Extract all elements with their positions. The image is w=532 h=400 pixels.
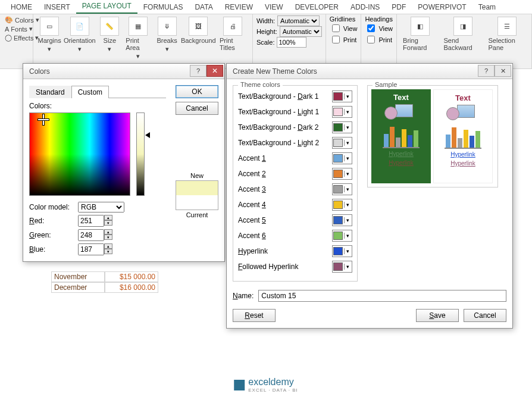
- close-button[interactable]: ✕: [495, 65, 511, 77]
- gridlines-print-check[interactable]: [332, 36, 340, 43]
- theme-color-label: Text/Background - Light 2: [238, 139, 327, 147]
- bring-forward-button[interactable]: ◧Bring Forward: [400, 15, 440, 52]
- spin-up-icon[interactable]: ▴: [104, 229, 112, 235]
- color-preview: [176, 180, 218, 210]
- theme-color-row: Accent 4▾: [238, 199, 352, 211]
- spin-up-icon[interactable]: ▴: [104, 215, 112, 220]
- tab-standard[interactable]: Standard: [29, 86, 71, 98]
- table-row[interactable]: December $16 000.00: [51, 282, 158, 293]
- spectrum-cursor-icon[interactable]: [40, 117, 46, 123]
- theme-color-dropdown[interactable]: ▾: [332, 152, 352, 164]
- red-input[interactable]: [78, 215, 104, 227]
- margins-button[interactable]: ▭Margins▾: [37, 15, 62, 61]
- chevron-down-icon: ▾: [108, 45, 111, 53]
- spin-down-icon[interactable]: ▾: [104, 249, 112, 254]
- theme-colors-dialog: Create New Theme Colors ? ✕ Theme colors…: [226, 63, 513, 329]
- save-button[interactable]: Save: [416, 309, 459, 322]
- themes-colors-button[interactable]: 🎨Colors▾: [4, 15, 29, 24]
- tab-developer[interactable]: DEVELOPER: [289, 1, 345, 14]
- cell-amount[interactable]: $15 000.00: [105, 271, 158, 282]
- color-model-select[interactable]: RGB: [78, 202, 124, 212]
- green-input[interactable]: [78, 229, 104, 241]
- theme-name-input[interactable]: [258, 290, 506, 302]
- theme-colors-fieldset: Theme colors Text/Background - Dark 1▾Te…: [233, 85, 358, 282]
- theme-color-dropdown[interactable]: ▾: [332, 121, 352, 133]
- ribbon-group-gridlines: Gridlines View Print: [326, 14, 362, 68]
- theme-color-dropdown[interactable]: ▾: [332, 214, 352, 226]
- tab-view[interactable]: VIEW: [259, 1, 289, 14]
- colors-dialog-title[interactable]: Colors ? ✕: [23, 64, 224, 79]
- theme-color-dropdown[interactable]: ▾: [332, 106, 352, 118]
- color-swatch: [333, 262, 343, 271]
- colors-dialog: Colors ? ✕ Standard Custom Colors:: [23, 63, 225, 262]
- background-button[interactable]: 🖼Background: [181, 15, 216, 61]
- tab-team[interactable]: Team: [472, 1, 502, 14]
- theme-dialog-title[interactable]: Create New Theme Colors ? ✕: [227, 64, 512, 79]
- orientation-button[interactable]: 📄Orientation▾: [63, 15, 96, 61]
- theme-color-dropdown[interactable]: ▾: [332, 261, 352, 273]
- tab-pdf[interactable]: PDF: [386, 1, 412, 14]
- color-swatch: [333, 92, 343, 101]
- tab-addins[interactable]: ADD-INS: [345, 1, 386, 14]
- gridlines-view-check[interactable]: [332, 24, 340, 32]
- width-select[interactable]: Automatic: [277, 15, 320, 26]
- themes-fonts-button[interactable]: AFonts▾: [4, 24, 29, 33]
- tab-data[interactable]: DATA: [189, 1, 218, 14]
- luminance-bar[interactable]: [136, 112, 145, 196]
- theme-color-dropdown[interactable]: ▾: [332, 245, 352, 257]
- tab-formulas[interactable]: FORMULAS: [137, 1, 189, 14]
- fonts-icon: A: [5, 26, 9, 33]
- breaks-button[interactable]: ⤋Breaks▾: [155, 15, 180, 61]
- theme-color-dropdown[interactable]: ▾: [332, 230, 352, 242]
- tab-custom[interactable]: Custom: [71, 86, 109, 98]
- blue-input[interactable]: [78, 243, 104, 255]
- fieldset-label: Theme colors: [238, 81, 283, 88]
- spin-down-icon[interactable]: ▾: [104, 220, 112, 226]
- theme-color-dropdown[interactable]: ▾: [332, 199, 352, 211]
- close-button[interactable]: ✕: [206, 65, 223, 77]
- print-area-button[interactable]: ▦Print Area▾: [123, 15, 153, 61]
- size-button[interactable]: 📏Size▾: [97, 15, 122, 61]
- cell-month[interactable]: November: [51, 271, 105, 282]
- help-button[interactable]: ?: [190, 65, 206, 77]
- cancel-button[interactable]: Cancel: [176, 102, 218, 115]
- selection-pane-button[interactable]: ☰Selection Pane: [486, 15, 528, 52]
- chevron-down-icon: ▾: [344, 264, 351, 270]
- tab-home[interactable]: HOME: [5, 1, 38, 14]
- theme-color-dropdown[interactable]: ▾: [332, 168, 352, 180]
- tab-page-layout[interactable]: PAGE LAYOUT: [76, 0, 137, 14]
- themes-effects-button[interactable]: ◯Effects▾: [4, 33, 29, 42]
- print-titles-button[interactable]: 🖨Print Titles: [217, 15, 249, 61]
- color-spectrum[interactable]: [29, 112, 130, 196]
- red-label: Red:: [29, 217, 74, 225]
- chevron-down-icon: ▾: [48, 45, 51, 53]
- effects-icon: ◯: [5, 34, 12, 42]
- color-swatch: [333, 139, 343, 147]
- theme-color-dropdown[interactable]: ▾: [332, 90, 352, 102]
- chevron-down-icon: ▾: [344, 248, 351, 254]
- scale-input[interactable]: [277, 37, 306, 48]
- chevron-down-icon: ▾: [344, 155, 351, 161]
- tab-powerpivot[interactable]: POWERPIVOT: [412, 1, 472, 14]
- cell-amount[interactable]: $16 000.00: [105, 282, 158, 293]
- theme-color-dropdown[interactable]: ▾: [332, 137, 352, 149]
- ok-button[interactable]: OK: [176, 85, 218, 98]
- headings-print-check[interactable]: [367, 36, 375, 43]
- tab-insert[interactable]: INSERT: [38, 1, 76, 14]
- luminance-arrow-icon[interactable]: [145, 132, 150, 138]
- print-titles-icon: 🖨: [223, 17, 242, 36]
- spin-up-icon[interactable]: ▴: [104, 243, 112, 249]
- send-backward-button[interactable]: ◨Send Backward: [441, 15, 484, 52]
- theme-color-dropdown[interactable]: ▾: [332, 183, 352, 195]
- cancel-button[interactable]: Cancel: [464, 309, 506, 322]
- help-button[interactable]: ?: [478, 65, 495, 77]
- spin-down-icon[interactable]: ▾: [104, 235, 112, 240]
- ribbon-group-themes: 🎨Colors▾ AFonts▾ ◯Effects▾: [0, 14, 33, 68]
- height-select[interactable]: Automatic: [280, 26, 322, 37]
- table-row[interactable]: November $15 000.00: [51, 271, 158, 282]
- cell-month[interactable]: December: [51, 282, 105, 293]
- ribbon-group-arrange: ◧Bring Forward ◨Send Backward ☰Selection…: [397, 14, 532, 68]
- headings-view-check[interactable]: [367, 24, 375, 32]
- tab-review[interactable]: REVIEW: [219, 1, 259, 14]
- reset-button[interactable]: Reset: [233, 309, 276, 322]
